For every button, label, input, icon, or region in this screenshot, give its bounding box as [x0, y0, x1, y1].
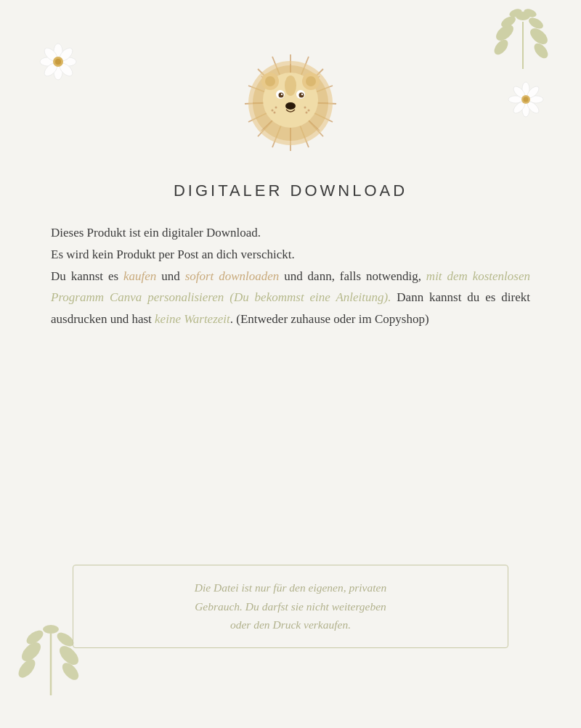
lion-illustration: [232, 44, 349, 160]
svg-point-69: [299, 93, 304, 98]
svg-point-68: [279, 93, 284, 98]
desc-line2: Es wird kein Produkt per Post an dich ve…: [51, 248, 295, 261]
svg-point-70: [281, 94, 283, 95]
svg-point-72: [285, 102, 296, 110]
page: DIGITALER DOWNLOAD Dieses Produkt ist ei…: [0, 0, 581, 728]
notice-box: Die Datei ist nur für den eigenen, priva…: [73, 565, 508, 648]
svg-point-78: [306, 112, 308, 114]
desc-part5: . (Entweder zuhause oder im Copyshop): [230, 312, 429, 326]
desc-line1: Dieses Produkt ist ein digitaler Downloa…: [51, 226, 261, 240]
link-downloaden: sofort downloaden: [185, 269, 280, 283]
desc-part2: und: [156, 269, 184, 283]
svg-point-73: [275, 107, 277, 109]
svg-point-74: [272, 110, 274, 112]
svg-point-76: [304, 107, 306, 109]
svg-point-65: [285, 75, 296, 96]
link-kaufen: kaufen: [123, 269, 156, 283]
desc-part1: Du kannst es: [51, 269, 123, 283]
deco-branch-top-right: [487, 7, 559, 73]
content-area: DIGITALER DOWNLOAD Dieses Produkt ist ei…: [51, 181, 530, 330]
svg-point-29: [524, 97, 529, 102]
svg-point-75: [274, 112, 276, 114]
link-wartezeit: keine Wartezeit: [155, 312, 230, 326]
notice-text: Die Datei ist nur für den eigenen, priva…: [195, 581, 386, 631]
desc-part3: und dann, falls notwendig,: [279, 269, 426, 283]
svg-point-37: [43, 625, 59, 634]
svg-point-82: [306, 76, 316, 86]
page-title: DIGITALER DOWNLOAD: [51, 181, 530, 200]
deco-flower-top-left: [35, 40, 82, 83]
svg-point-80: [265, 76, 275, 86]
svg-point-19: [55, 59, 61, 65]
svg-point-77: [308, 110, 310, 112]
deco-flower-right: [506, 80, 546, 120]
description-text: Dieses Produkt ist ein digitaler Downloa…: [51, 222, 530, 330]
svg-point-71: [301, 94, 303, 95]
